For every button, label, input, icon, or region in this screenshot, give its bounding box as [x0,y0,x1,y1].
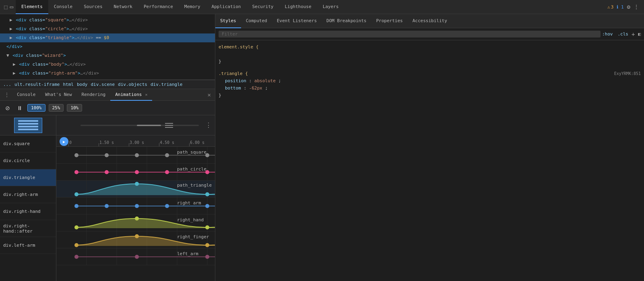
tab-elements[interactable]: Elements [16,0,48,14]
main-split: ▶ <div class="square">…</div> ▶ <div cla… [0,14,644,281]
drawer-menu-icon[interactable]: ⋮ [2,92,12,98]
styles-toolbar: :hov .cls + ◧ [215,28,644,40]
bc-objects[interactable]: div.objects [118,82,147,87]
drawer-tab-whatsnew[interactable]: What's New [40,89,76,101]
track-square: path_square [56,147,215,164]
track-left-arm: left_arm [56,248,215,265]
styles-tab-dom-breakpoints[interactable]: DOM Breakpoints [322,14,371,28]
animations-toolbar: ⊘ ⏸ 100% 25% 10% [0,101,215,115]
track-circle-svg: path_circle [56,164,215,181]
timeline-tracks[interactable]: ▶ 0 1.50 s 3.00 s 4.50 s 6.00 s 7.50 s 9… [56,135,215,281]
hov-button[interactable]: :hov [601,31,615,37]
device-icon[interactable]: ▭ [10,4,13,10]
bc-html[interactable]: html [63,82,74,87]
dom-line-body[interactable]: ▶ <div class="body">…</div> [0,60,215,69]
filter-input[interactable] [219,31,601,37]
speed-10-button[interactable]: 10% [67,104,82,112]
svg-point-208 [135,255,139,259]
dom-line-triangle[interactable]: ▶ <div class="triangle">…</div> == $0 [0,33,215,42]
tab-security[interactable]: Security [246,0,279,14]
bc-scene[interactable]: div.scene [91,82,115,87]
bc-iframe[interactable]: ult.result-iframe [14,82,60,87]
triangle-rule: .triangle { ExyYRMK:851 position : absol… [219,70,641,99]
track-triangle-svg: path_triangle [56,181,215,198]
preview-line-2 [18,123,38,125]
add-rule-button[interactable]: + [632,31,635,37]
speed-25-button[interactable]: 25% [49,104,64,112]
drawer-tab-animations[interactable]: Animations ✕ [110,89,152,101]
pause-button[interactable]: ⏸ [15,104,24,112]
breadcrumb: ... ult.result-iframe html body div.scen… [0,80,215,89]
styles-tab-styles[interactable]: Styles [215,14,241,28]
scrubber-indicator [165,123,173,128]
bc-body[interactable]: body [77,82,88,87]
css-source[interactable]: ExyYRMK:851 [614,70,641,77]
dom-line-circle[interactable]: ▶ <div class="circle">…</div> [0,25,215,33]
tab-application[interactable]: Application [206,0,247,14]
track-left-arm-svg: left_arm [56,248,215,265]
scrubber-handle [137,125,161,126]
svg-point-150 [205,225,209,229]
svg-text:right arm: right arm [177,200,201,206]
svg-text:path_circle: path_circle [177,167,206,172]
label-triangle[interactable]: div.triangle [0,169,56,186]
dom-line-square[interactable]: ▶ <div class="square">…</div> [0,16,215,25]
element-style-rule: element.style { } [219,44,641,65]
settings-icon[interactable]: ⚙ [627,4,630,10]
speed-100-button[interactable]: 100% [27,104,45,112]
timeline-more-icon[interactable]: ⋮ [205,121,212,129]
tab-lighthouse[interactable]: Lighthouse [279,0,317,14]
right-panel: Styles Computed Event Listeners DOM Brea… [215,14,644,281]
svg-point-117 [105,204,109,208]
inspect-icon[interactable]: ⬚ [4,4,7,10]
label-left-arm[interactable]: div.left-arm [0,237,56,254]
styles-tab-computed[interactable]: Computed [241,14,272,28]
track-square-svg: path_square [56,147,215,164]
expand-panel-button[interactable]: ◧ [638,31,641,37]
drawer-tabs: ⋮ Console What's New Rendering Animation… [0,89,215,101]
label-right-hand[interactable]: div.right-hand [0,203,56,220]
scrubber-timeline[interactable]: ⋮ [56,115,215,135]
preview-line-4 [18,129,38,130]
svg-point-22 [105,153,109,157]
bc-dots[interactable]: ... [3,82,11,87]
track-right-arm: right arm [56,198,215,214]
close-drawer-icon[interactable]: ✕ [208,92,213,98]
svg-text:right_hand: right_hand [177,217,204,223]
nav-icons: ⬚ ▭ [2,4,16,10]
close-animations-tab[interactable]: ✕ [145,92,147,97]
drawer-tab-console[interactable]: Console [12,89,40,101]
tab-performance[interactable]: Performance [138,0,179,14]
bc-triangle[interactable]: div.triangle [151,82,182,87]
label-square[interactable]: div.square [0,135,56,152]
timeline-area: div.square div.circle div.triangle div.r… [0,135,215,281]
tab-network[interactable]: Network [108,0,138,14]
tab-memory[interactable]: Memory [179,0,206,14]
dom-line-wizard[interactable]: ▼ <div class="wizard"> [0,51,215,60]
dom-line-close-div[interactable]: </div> [0,42,215,51]
more-icon[interactable]: ⋮ [634,4,639,10]
tab-layers[interactable]: Layers [317,0,345,14]
preview-line-1 [18,120,38,122]
styles-tab-accessibility[interactable]: Accessibility [408,14,452,28]
left-panel: ▶ <div class="square">…</div> ▶ <div cla… [0,14,215,281]
expand-arrow: ▶ [13,71,16,76]
play-cursor[interactable]: ▶ [60,137,68,146]
label-right-hand-after[interactable]: div.right-hand::after [0,220,56,237]
label-right-arm[interactable]: div.right-arm [0,186,56,203]
styles-tab-event-listeners[interactable]: Event Listeners [272,14,322,28]
tab-console[interactable]: Console [48,0,78,14]
svg-point-177 [74,243,78,247]
animations-panel: ⊘ ⏸ 100% 25% 10% [0,101,215,281]
error-badge: ℹ 1 [617,4,623,10]
svg-point-120 [205,204,209,208]
drawer-tab-rendering[interactable]: Rendering [77,89,111,101]
track-right-hand-svg: right_hand [56,214,215,231]
ruler-2: 3.00 s [129,135,159,146]
cls-button[interactable]: .cls [616,31,630,37]
label-circle[interactable]: div.circle [0,152,56,169]
dom-line-right-arm[interactable]: ▶ <div class="right-arm">…</div> [0,69,215,78]
tab-sources[interactable]: Sources [78,0,108,14]
styles-tab-properties[interactable]: Properties [371,14,407,28]
stop-button[interactable]: ⊘ [3,104,12,112]
